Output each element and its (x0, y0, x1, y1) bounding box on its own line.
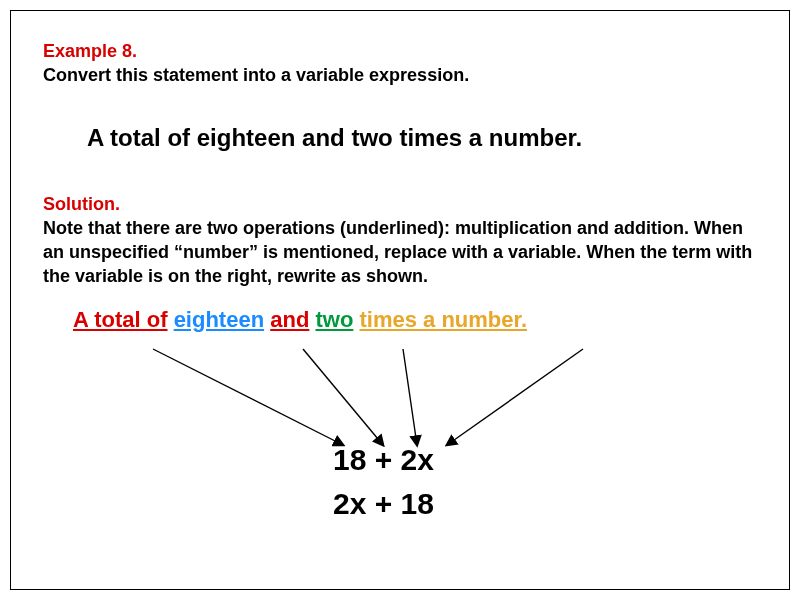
phrase-and: and (270, 307, 309, 332)
instruction-text: Convert this statement into a variable e… (43, 63, 757, 87)
phrase-total-of: A total of (73, 307, 168, 332)
solution-explanation: Note that there are two operations (unde… (43, 216, 757, 289)
expression-rewritten: 2x + 18 (333, 487, 434, 521)
worksheet-frame: Example 8. Convert this statement into a… (10, 10, 790, 590)
svg-line-3 (447, 349, 583, 445)
solution-label: Solution. (43, 192, 757, 216)
example-heading: Example 8. (43, 39, 757, 63)
solution-block: Solution. Note that there are two operat… (43, 192, 757, 533)
phrase-times-a-number: times a number. (359, 307, 527, 332)
phrase-two: two (315, 307, 353, 332)
phrase-eighteen: eighteen (174, 307, 264, 332)
example-label: Example 8. (43, 41, 137, 61)
svg-line-2 (403, 349, 417, 445)
expression-diagram: 18 + 2x 2x + 18 (43, 343, 757, 533)
colored-sentence: A total of eighteen and two times a numb… (73, 307, 757, 333)
expression-initial: 18 + 2x (333, 443, 434, 477)
problem-statement: A total of eighteen and two times a numb… (87, 124, 757, 152)
